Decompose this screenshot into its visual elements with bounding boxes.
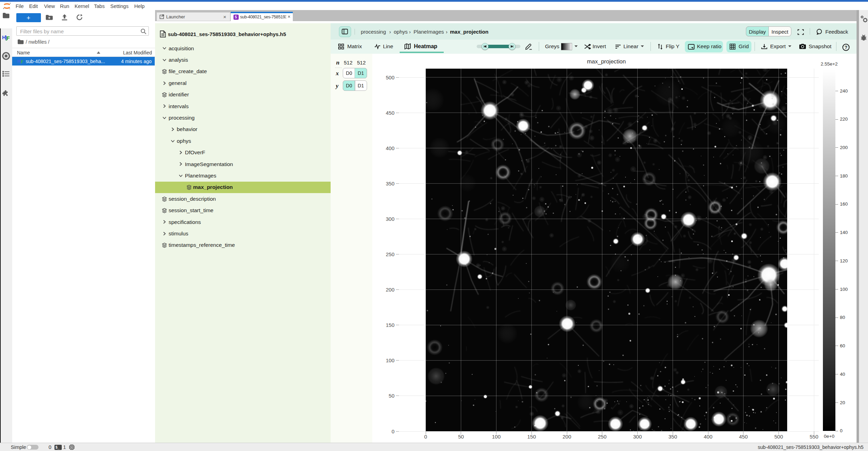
svg-text:?: ?	[845, 45, 848, 50]
svg-text:F: F	[21, 60, 23, 64]
